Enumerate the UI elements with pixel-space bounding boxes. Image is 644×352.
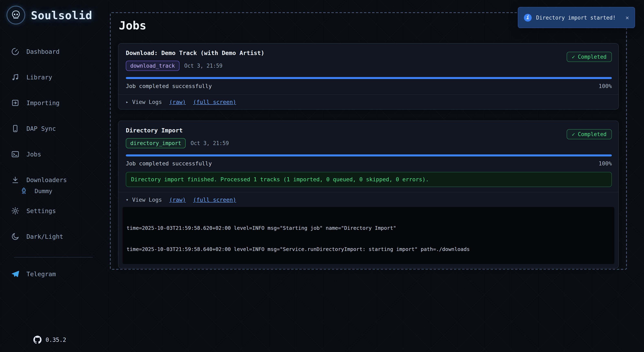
progress-percent: 100% [598,83,612,89]
view-logs-toggle[interactable]: View Logs [132,196,162,203]
job-type-badge: download_track [126,61,179,71]
gear-icon [11,207,20,215]
progress-status-text: Job completed successfully [126,83,212,89]
sidebar-item-downloaders[interactable]: Downloaders [11,175,105,185]
sidebar-item-dashboard[interactable]: Dashboard [11,47,105,57]
sidebar-item-label: Dashboard [26,48,60,55]
status-badge: ✓ Completed [566,52,612,62]
log-output[interactable]: time=2025-10-03T21:59:58.620+02:00 level… [122,207,614,264]
sidebar-item-label: Library [26,74,52,81]
app-root: Soulsolid Dashboard [0,0,644,352]
toast-notification: i Directory import started! ✕ [518,7,635,28]
log-line: time=2025-10-03T21:59:58.620+02:00 level… [126,224,610,232]
sidebar-item-label: DAP Sync [26,125,56,132]
sidebar-item-dap-sync[interactable]: DAP Sync [11,123,105,134]
chevron-down-icon[interactable]: ▾ [126,197,128,202]
version-label: 0.35.2 [46,336,66,343]
sidebar-item-label: Telegram [26,270,56,278]
skull-logo-icon [6,6,25,25]
sidebar-item-dark-light[interactable]: Dark/Light [11,231,105,242]
toast-message: Directory import started! [536,15,621,21]
check-icon: ✓ [572,131,575,137]
sidebar-nav: Dashboard Library Import [0,47,105,279]
sidebar-item-importing[interactable]: Importing [11,98,105,108]
sidebar-item-label: Downloaders [26,176,67,184]
status-label: Completed [578,131,606,137]
progress-percent: 100% [598,160,612,167]
job-title: Directory Import [126,127,612,134]
job-result-message: Directory import finished. Processed 1 t… [126,172,612,187]
progress-bar-fill [126,154,612,156]
app-logo[interactable]: Soulsolid [0,0,105,25]
status-label: Completed [578,54,606,60]
sidebar-item-label: Settings [26,207,56,214]
fullscreen-logs-link[interactable]: (full screen) [193,196,236,203]
music-note-icon [11,73,20,82]
progress-bar-fill [126,77,612,79]
sidebar-item-telegram[interactable]: Telegram [11,269,105,279]
main-content: Jobs Download: Demo Track (with Demo Art… [110,12,627,270]
download-icon [11,176,20,184]
job-timestamp: Oct 3, 21:59 [190,140,229,146]
telegram-icon [11,270,20,278]
rocket-icon [20,187,28,195]
sidebar-item-jobs[interactable]: Jobs [11,149,105,159]
check-icon: ✓ [572,54,575,60]
moon-icon [11,232,20,241]
job-title: Download: Demo Track (with Demo Artist) [126,50,612,56]
close-icon[interactable]: ✕ [626,14,629,21]
sidebar: Soulsolid Dashboard [0,0,105,352]
progress-status-text: Job completed successfully [126,160,212,167]
sidebar-item-dummy[interactable]: Dummy [11,186,105,196]
terminal-icon [11,150,20,158]
sidebar-item-label: Importing [26,99,60,107]
info-icon: i [524,14,532,21]
sidebar-item-library[interactable]: Library [11,72,105,82]
fullscreen-logs-link[interactable]: (full screen) [193,99,236,105]
raw-logs-link[interactable]: (raw) [169,196,186,203]
job-timestamp: Oct 3, 21:59 [184,63,222,69]
github-icon[interactable] [34,336,42,344]
device-icon [11,124,20,133]
view-logs-toggle[interactable]: View Logs [132,99,162,105]
import-box-icon [11,99,20,107]
progress-bar [126,154,612,156]
status-badge: ✓ Completed [566,129,612,139]
chevron-right-icon[interactable]: ▸ [126,99,128,105]
job-type-badge: directory_import [126,138,186,148]
job-card-directory-import: Directory Import ✓ Completed directory_i… [118,121,619,268]
sidebar-item-label: Jobs [26,151,41,158]
sidebar-item-label: Dummy [34,188,52,194]
version-info: 0.35.2 [34,336,66,344]
raw-logs-link[interactable]: (raw) [169,99,186,105]
job-card-download-track: Download: Demo Track (with Demo Artist) … [118,43,619,110]
gauge-icon [11,47,20,56]
app-title: Soulsolid [31,9,92,21]
log-line: time=2025-10-03T21:59:58.640+02:00 level… [126,246,610,253]
sidebar-divider [14,257,93,257]
progress-bar [126,77,612,79]
sidebar-item-settings[interactable]: Settings [11,206,105,216]
sidebar-item-label: Dark/Light [26,233,63,240]
